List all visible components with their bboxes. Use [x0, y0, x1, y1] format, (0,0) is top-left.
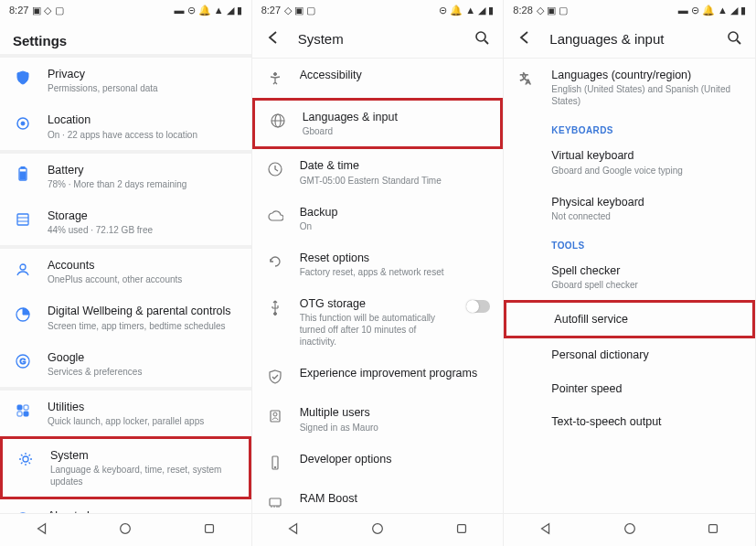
label: Languages & input	[303, 110, 488, 124]
label: Physical keyboard	[551, 195, 742, 209]
label: Date & time	[300, 158, 491, 173]
sub: Permissions, personal data	[48, 82, 239, 94]
sub: Gboard and Google voice typing	[551, 165, 742, 177]
utilities-icon	[13, 401, 33, 421]
item-battery[interactable]: Battery78% · More than 2 days remaining	[0, 154, 251, 199]
search-button[interactable]	[726, 29, 742, 48]
sub: Factory reset, apps & network reset	[300, 266, 491, 278]
nav-bar	[252, 513, 504, 546]
shield-icon	[13, 68, 33, 88]
sub: Not connected	[551, 210, 742, 222]
nav-recent[interactable]	[454, 521, 469, 539]
item-accessibility[interactable]: Accessibility	[252, 59, 504, 98]
item-developer[interactable]: Developer options	[252, 443, 504, 482]
item-physical-keyboard[interactable]: Physical keyboardNot connected	[504, 186, 755, 231]
google-icon	[13, 351, 33, 371]
nav-home[interactable]	[370, 521, 385, 539]
item-otg[interactable]: OTG storageThis function will be automat…	[252, 287, 504, 357]
languages-list: Languages (country/region)English (Unite…	[504, 59, 755, 513]
label: Reset options	[300, 251, 491, 265]
sub: Services & preferences	[48, 366, 239, 378]
item-date-time[interactable]: Date & timeGMT-05:00 Eastern Standard Ti…	[252, 149, 504, 195]
item-location[interactable]: LocationOn · 22 apps have access to loca…	[0, 103, 251, 149]
sub: Signed in as Mauro	[300, 422, 491, 434]
label: Storage	[48, 209, 239, 223]
item-tts[interactable]: Text-to-speech output	[504, 405, 755, 438]
item-privacy[interactable]: PrivacyPermissions, personal data	[0, 58, 251, 103]
item-autofill-service[interactable]: Autofill service	[504, 300, 755, 338]
label: Accessibility	[300, 68, 491, 82]
item-wellbeing[interactable]: Digital Wellbeing & parental controlsScr…	[0, 294, 251, 340]
page-title: Settings	[0, 20, 251, 54]
label: Virtual keyboard	[551, 148, 742, 163]
wellbeing-icon	[13, 305, 33, 325]
item-backup[interactable]: BackupOn	[252, 196, 504, 241]
label: Backup	[300, 205, 491, 219]
search-button[interactable]	[474, 29, 490, 48]
item-personal-dictionary[interactable]: Personal dictionary	[504, 338, 755, 371]
item-about[interactable]: About phoneSNAKE	[0, 499, 251, 513]
globe-icon	[268, 111, 288, 131]
item-spell-checker[interactable]: Spell checkerGboard spell checker	[504, 254, 755, 300]
label: Privacy	[48, 67, 239, 81]
accessibility-icon	[265, 69, 285, 89]
page-title: System	[298, 31, 344, 47]
system-icon	[16, 449, 36, 469]
status-icons-right: ▬ ⊝ 🔔 ▲ ◢ ▮	[678, 5, 746, 16]
item-system[interactable]: SystemLanguage & keyboard, time, reset, …	[0, 436, 251, 499]
status-icons-left: ◇ ▣ ▢	[284, 5, 315, 16]
status-time: 8:27	[9, 5, 28, 16]
sub: Language & keyboard, time, reset, system…	[50, 464, 236, 487]
item-ram[interactable]: RAM Boost	[252, 482, 504, 514]
item-multiple-users[interactable]: Multiple usersSigned in as Mauro	[252, 396, 504, 442]
settings-list: PrivacyPermissions, personal data Locati…	[0, 54, 251, 513]
back-button[interactable]	[516, 29, 533, 48]
status-time: 8:28	[513, 5, 532, 16]
label: Experience improvement programs	[300, 366, 491, 380]
sub: GMT-05:00 Eastern Standard Time	[300, 175, 491, 187]
system-list: Accessibility Languages & inputGboard Da…	[252, 59, 504, 513]
sub: English (United States) and Spanish (Uni…	[551, 83, 742, 107]
section-tools: TOOLS	[504, 231, 755, 254]
back-button[interactable]	[265, 29, 282, 48]
nav-back[interactable]	[286, 521, 301, 539]
otg-toggle[interactable]	[466, 300, 490, 313]
ram-icon	[265, 492, 285, 512]
nav-home[interactable]	[118, 521, 133, 539]
usb-icon	[265, 297, 285, 317]
nav-back[interactable]	[35, 521, 49, 539]
item-languages-region[interactable]: Languages (country/region)English (Unite…	[504, 59, 755, 116]
item-storage[interactable]: Storage44% used · 72.12 GB free	[0, 199, 251, 245]
item-languages-input[interactable]: Languages & inputGboard	[252, 98, 504, 149]
status-icons-left: ◇ ▣ ▢	[537, 5, 568, 16]
nav-bar	[0, 513, 251, 546]
reset-icon	[265, 252, 285, 272]
section-keyboards: KEYBOARDS	[504, 116, 755, 139]
languages-input-screen: 8:28 ◇ ▣ ▢ ▬ ⊝ 🔔 ▲ ◢ ▮ Languages & input…	[504, 0, 756, 546]
item-accounts[interactable]: AccountsOnePlus account, other accounts	[0, 249, 251, 294]
status-icons-right: ▬ ⊝ 🔔 ▲ ◢ ▮	[175, 5, 242, 16]
system-screen: 8:27 ◇ ▣ ▢ ⊝ 🔔 ▲ ◢ ▮ System Accessibilit…	[252, 0, 505, 546]
nav-recent[interactable]	[202, 521, 217, 539]
sub: Gboard	[303, 125, 488, 137]
item-utilities[interactable]: UtilitiesQuick launch, app locker, paral…	[0, 391, 251, 436]
status-time: 8:27	[261, 5, 281, 16]
dev-icon	[265, 453, 285, 473]
nav-recent[interactable]	[706, 521, 720, 539]
item-google[interactable]: GoogleServices & preferences	[0, 341, 251, 387]
label: Developer options	[300, 452, 491, 466]
app-bar: Languages & input	[504, 20, 755, 59]
status-bar: 8:27 ▣ ◇ ▢ ▬ ⊝ 🔔 ▲ ◢ ▮	[0, 0, 251, 20]
item-pointer-speed[interactable]: Pointer speed	[504, 372, 755, 405]
label: Languages (country/region)	[551, 68, 742, 82]
sub: Gboard spell checker	[551, 279, 742, 291]
label: Multiple users	[300, 405, 491, 420]
item-virtual-keyboard[interactable]: Virtual keyboardGboard and Google voice …	[504, 139, 755, 185]
item-reset[interactable]: Reset optionsFactory reset, apps & netwo…	[252, 241, 504, 287]
nav-back[interactable]	[538, 521, 553, 539]
item-experience[interactable]: Experience improvement programs	[252, 357, 504, 396]
nav-home[interactable]	[623, 521, 637, 539]
nav-bar	[504, 513, 755, 546]
status-icons-left: ▣ ◇ ▢	[32, 5, 63, 16]
label: Google	[48, 350, 239, 365]
